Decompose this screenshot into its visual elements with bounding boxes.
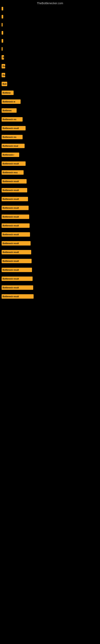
bar-row: Bottlene (0, 89, 100, 96)
bar-row (0, 46, 100, 52)
bar-row: Bottleneck re (0, 98, 100, 105)
bar-fill: Bottleneck resu (1, 170, 24, 175)
bar-fill: Bottleneck result (1, 162, 26, 166)
bar-row: B (0, 54, 100, 61)
bar-fill (1, 31, 3, 34)
bar-row: Bottleneck result (0, 178, 100, 185)
bar-row (0, 22, 100, 28)
bar-fill: Bottleneck result (1, 268, 32, 272)
bar-fill: Bottleneck result (1, 241, 31, 246)
bar-fill (1, 39, 3, 43)
bar-fill: Bottlene (1, 90, 14, 95)
bar-fill (1, 15, 3, 18)
bar-fill: Bo (1, 73, 5, 77)
bar-fill: Bottleneck result (1, 214, 29, 219)
bar-fill: Bottleneck result (1, 188, 27, 192)
bar-row: Bottleneck result (0, 293, 100, 300)
bar-row: Bottleneck result (0, 266, 100, 273)
bar-fill: Bottleneck r (1, 152, 19, 157)
bar-fill: Bott (1, 82, 7, 86)
bar-row: Bott (0, 80, 100, 87)
bar-fill: B (1, 55, 4, 60)
bar-row (0, 14, 100, 20)
bar-row: Bottleneck result (0, 187, 100, 194)
bar-fill: Bottleneck res (1, 117, 23, 122)
bar-fill: Bottleneck result (1, 179, 27, 184)
site-title: TheBottlenecker.com (0, 0, 100, 6)
bar-fill: Bottleneck result (1, 206, 29, 210)
bar-row: Bottleneck res (0, 134, 100, 140)
bar-row: Bottleneck resu (0, 169, 100, 176)
bar-row: Bottleneck resul (0, 142, 100, 149)
bar-fill: Bottleneck re (1, 100, 21, 104)
bar-row: Bottleneck result (0, 125, 100, 132)
bar-fill (1, 47, 2, 51)
bar-row: Bottleneck result (0, 231, 100, 238)
bar-fill (1, 23, 2, 26)
bar-row: Bo (0, 63, 100, 70)
bar-row (0, 30, 100, 36)
bar-fill: Bo (1, 64, 5, 68)
bar-row (0, 38, 100, 44)
bar-fill: Bottleneck result (1, 197, 28, 201)
bar-fill: Bottleneck result (1, 294, 34, 299)
bar-row: Bottlenec (0, 107, 100, 114)
bar-fill: Bottlenec (1, 108, 17, 113)
bar-row: Bottleneck result (0, 222, 100, 229)
bar-row: Bottleneck result (0, 196, 100, 202)
bar-row: Bottleneck result (0, 284, 100, 291)
bar-row: Bottleneck result (0, 240, 100, 247)
bar-fill: Bottleneck result (1, 276, 33, 281)
bar-row: Bottleneck r (0, 151, 100, 158)
bar-row: Bottleneck result (0, 249, 100, 256)
bar-fill: Bottleneck result (1, 126, 26, 130)
bar-fill: Bottleneck result (1, 224, 30, 228)
bar-row: Bottleneck result (0, 275, 100, 282)
bar-row: Bottleneck result (0, 160, 100, 167)
bar-fill: Bottleneck result (1, 250, 31, 254)
bar-fill: Bottleneck res (1, 135, 23, 139)
bar-row: Bottleneck result (0, 213, 100, 220)
bar-fill: Bottleneck result (1, 285, 33, 290)
bar-fill: Bottleneck result (1, 232, 30, 237)
bar-fill: Bottleneck resul (1, 144, 25, 148)
bar-row: Bottleneck result (0, 204, 100, 211)
bar-fill (1, 7, 3, 10)
bars-container: BBoBoBottBottleneBottleneck reBottlenecB… (0, 6, 100, 300)
bar-row: Bo (0, 72, 100, 78)
bar-fill: Bottleneck result (1, 259, 32, 263)
bar-row: Bottleneck result (0, 258, 100, 264)
bar-row (0, 6, 100, 12)
bar-row: Bottleneck res (0, 116, 100, 123)
